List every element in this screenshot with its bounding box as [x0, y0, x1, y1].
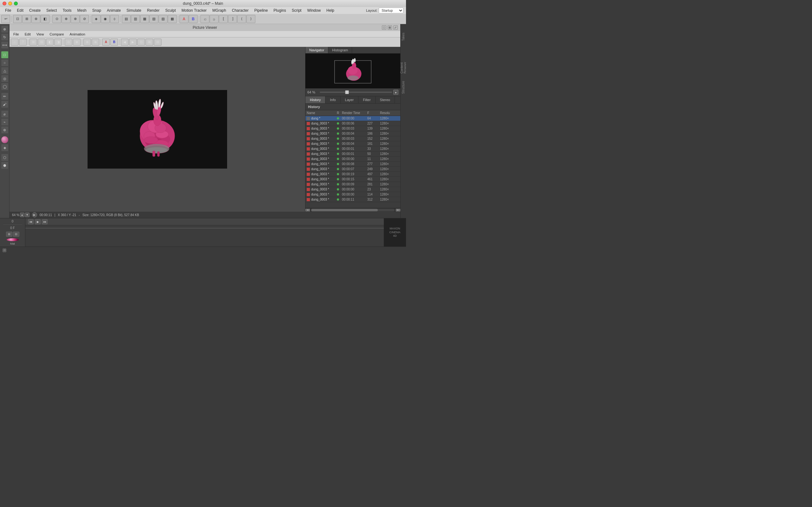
tool-8[interactable]: ⊘	[80, 15, 89, 23]
pv-tool-10[interactable]: ⊗	[92, 39, 99, 46]
undo-tool[interactable]: ↩	[1, 15, 10, 23]
menu-mograph[interactable]: MGraph	[210, 8, 229, 13]
pv-tool-7[interactable]: ⊙	[65, 39, 72, 46]
vtab-takes[interactable]: Takes	[401, 24, 406, 49]
menu-create[interactable]: Create	[27, 8, 43, 13]
history-row[interactable]: dung_0003 * 00:00:11 312 1280×	[305, 197, 400, 202]
history-row[interactable]: dung_0003 * 00:00:04 186 1280×	[305, 131, 400, 136]
tool-cube[interactable]: □	[1, 51, 9, 59]
tl-forward[interactable]: ⏭	[42, 219, 48, 224]
tool-shader[interactable]: ◈	[1, 144, 9, 152]
pv-tool-8[interactable]: ⊕	[73, 39, 81, 46]
tool-bend[interactable]: ⌁	[1, 118, 9, 126]
menu-mesh[interactable]: Mesh	[74, 8, 89, 13]
tool-9[interactable]: ◈	[92, 15, 101, 23]
menu-animate[interactable]: Animate	[104, 8, 123, 13]
close-button[interactable]	[3, 2, 6, 5]
tool-12[interactable]: ▤	[122, 15, 131, 23]
pv-menu-edit[interactable]: Edit	[22, 32, 33, 37]
history-row[interactable]: dung_0003 * 00:00:01 33 1280×	[305, 147, 400, 152]
menu-select[interactable]: Select	[44, 8, 59, 13]
menu-tools[interactable]: Tools	[60, 8, 74, 13]
menu-motion-tracker[interactable]: Motion Tracker	[179, 8, 209, 13]
menu-edit[interactable]: Edit	[14, 8, 26, 13]
menu-character[interactable]: Character	[229, 8, 251, 13]
pv-tool-6[interactable]: ◨	[54, 39, 62, 46]
tool-sculpt3[interactable]: ⬢	[1, 162, 9, 169]
tool-10[interactable]: ◉	[101, 15, 110, 23]
tl-rewind[interactable]: ⏮	[28, 219, 34, 224]
tool-22[interactable]: ⟦	[219, 15, 228, 23]
zoom-up-btn[interactable]: ▲	[20, 213, 24, 217]
tool-18[interactable]: A	[180, 15, 189, 23]
menu-plugins[interactable]: Plugins	[271, 8, 288, 13]
history-row[interactable]: dung_0003 * 00:00:03 152 1280×	[305, 136, 400, 141]
tool-4[interactable]: ◧	[41, 15, 49, 23]
pv-menu-animation[interactable]: Animation	[67, 32, 88, 37]
pv-tool-4[interactable]: ⊟	[38, 39, 45, 46]
pv-btn-1[interactable]: □	[382, 25, 386, 30]
history-row[interactable]: dung_0003 * 00:00:03 139 1280×	[305, 126, 400, 131]
pv-tool-12[interactable]: ▶	[129, 39, 137, 46]
history-row[interactable]: dung_0003 * 00:00:19 497 1280×	[305, 172, 400, 177]
tool-3[interactable]: ⊛	[32, 15, 40, 23]
history-row[interactable]: dung * 00:00:00 64 1280×	[305, 116, 400, 121]
play-btn-status[interactable]: ▶	[32, 212, 37, 217]
tool-rotate[interactable]: ↻	[1, 33, 9, 41]
tool-cone[interactable]: △	[1, 67, 9, 74]
nav-tab-histogram[interactable]: Histogram	[328, 47, 352, 53]
pv-tool-11[interactable]: ◀	[121, 39, 129, 46]
pv-tool-13[interactable]: ⊡	[137, 39, 145, 46]
tool-1[interactable]: ⊡	[13, 15, 22, 23]
pv-tool-b[interactable]: B	[110, 39, 118, 46]
menu-render[interactable]: Render	[145, 8, 162, 13]
tab-stereo[interactable]: Stereo	[375, 96, 395, 103]
history-row[interactable]: dung_0003 * 00:00:00 11 1280×	[305, 157, 400, 162]
tab-history[interactable]: History	[305, 96, 325, 103]
history-row[interactable]: dung_0003 * 00:00:01 50 1280×	[305, 152, 400, 157]
tool-6[interactable]: ⊕	[61, 15, 70, 23]
material-sphere[interactable]	[6, 238, 19, 242]
tool-sphere[interactable]: ○	[1, 59, 9, 66]
maximize-button[interactable]	[14, 2, 18, 5]
scroll-right-btn[interactable]: ▸	[396, 209, 400, 211]
tool-deform[interactable]: ⌀	[1, 110, 9, 118]
tool-2[interactable]: ⊞	[22, 15, 31, 23]
pv-tool-14[interactable]: ⊞	[146, 39, 153, 46]
menu-sculpt[interactable]: Sculpt	[163, 8, 178, 13]
pv-tool-a[interactable]: A	[102, 39, 110, 46]
menu-window[interactable]: Window	[305, 8, 323, 13]
tab-info[interactable]: Info	[325, 96, 340, 103]
tab-filter[interactable]: Filter	[358, 96, 375, 103]
layout-dropdown[interactable]: Startup	[379, 8, 403, 13]
history-row[interactable]: dung_0003 * 00:00:06 227 1280×	[305, 121, 400, 126]
tool-7[interactable]: ⊗	[71, 15, 80, 23]
tool-19[interactable]: B	[189, 15, 198, 23]
tab-layer[interactable]: Layer	[341, 96, 359, 103]
tool-twist[interactable]: ⊛	[1, 126, 9, 134]
pv-btn-2[interactable]: ⊞	[388, 25, 392, 30]
history-row[interactable]: dung_0003 * 00:00:08 277 1280×	[305, 162, 400, 167]
menu-simulate[interactable]: Simulate	[124, 8, 144, 13]
history-row[interactable]: dung_0003 * 00:00:00 23 1280×	[305, 187, 400, 192]
pv-tool-1[interactable]: ⌂	[11, 39, 18, 46]
zoom-slider-thumb[interactable]	[345, 90, 349, 94]
pv-tool-2[interactable]: ?	[19, 39, 27, 46]
tool-paint[interactable]: 🖌	[1, 101, 9, 108]
menu-script[interactable]: Script	[289, 8, 304, 13]
pv-tool-15[interactable]: ⊟	[154, 39, 161, 46]
tool-13[interactable]: ▥	[131, 15, 140, 23]
minimize-button[interactable]	[8, 2, 12, 5]
vtab-content[interactable]: Content Browser	[401, 49, 406, 75]
pv-tool-9[interactable]: ⊛	[84, 39, 91, 46]
history-row[interactable]: dung_0003 * 00:00:09 281 1280×	[305, 182, 400, 187]
history-row[interactable]: dung_0003 * 00:00:00 114 1280×	[305, 192, 400, 197]
scroll-left-btn[interactable]: ◂	[305, 209, 310, 211]
zoom-expand-btn[interactable]: ▸	[393, 90, 398, 95]
tool-25[interactable]: ⟩	[247, 15, 255, 23]
tool-move[interactable]: ⊕	[1, 25, 9, 33]
vtab-structure[interactable]: Structure	[401, 75, 406, 100]
tool-24[interactable]: ⟨	[237, 15, 246, 23]
tool-15[interactable]: ▧	[149, 15, 158, 23]
tool-23[interactable]: ⟧	[228, 15, 237, 23]
